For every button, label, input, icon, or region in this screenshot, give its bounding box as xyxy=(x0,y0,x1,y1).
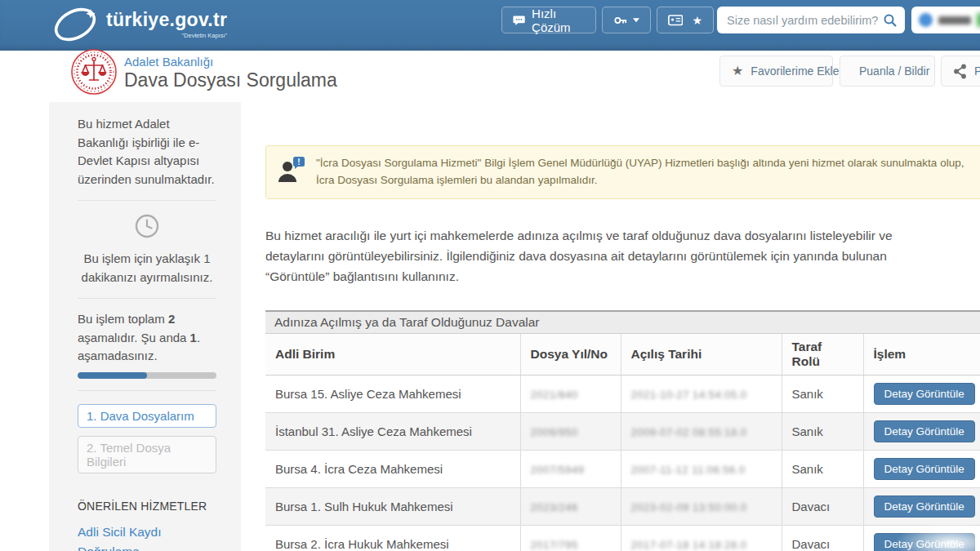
court-name: İstanbul 31. Asliye Ceza Mahkemesi xyxy=(265,413,520,451)
table-header-row: Adli Birim Dosya Yıl/No Açılış Tarihi Ta… xyxy=(265,334,980,375)
search-icon[interactable] xyxy=(883,13,898,28)
user-session-box[interactable] xyxy=(911,7,980,33)
user-name-masked xyxy=(938,16,971,24)
step-1-my-case-files[interactable]: 1. Dava Dosyalarım xyxy=(78,404,216,428)
table-row: Bursa 2. İcra Hukuk Mahkemesi 2017/795 2… xyxy=(265,526,980,551)
open-date-masked: 2007-11-12 11:06:56.0 xyxy=(631,464,746,476)
id-card-favorites-button[interactable]: ★ xyxy=(657,7,714,33)
search-input[interactable] xyxy=(727,14,883,27)
table-row: İstanbul 31. Asliye Ceza Mahkemesi 2009/… xyxy=(265,413,980,451)
edevlet-logo[interactable]: türkiye.gov.tr "Devletin Kapısı" xyxy=(52,4,227,45)
open-date-masked: 2021-10-27 14:54:05.0 xyxy=(631,389,747,401)
person-announcement-icon: ! xyxy=(277,155,306,184)
star-icon: ★ xyxy=(732,64,743,78)
alert-text: "İcra Dosyası Sorgulama Hizmeti" Bilgi İ… xyxy=(316,155,980,189)
share-icon xyxy=(953,64,967,79)
user-badge-masked xyxy=(977,13,980,27)
court-name: Bursa 4. İcra Ceza Mahkemesi xyxy=(265,451,520,488)
edevlet-swoosh-icon xyxy=(52,4,101,45)
court-name: Bursa 2. İcra Hukuk Mahkemesi xyxy=(265,526,520,551)
key-icon xyxy=(613,13,627,28)
case-files-table: Adınıza Açılmış ya da Taraf Olduğunuz Da… xyxy=(265,310,980,551)
divider xyxy=(78,298,216,299)
view-detail-button[interactable]: Detay Görüntüle xyxy=(874,420,975,442)
column-header-role: Taraf Rolü xyxy=(782,334,863,375)
column-header-file-no: Dosya Yıl/No xyxy=(520,334,621,375)
court-name: Bursa 1. Sulh Hukuk Mahkemesi xyxy=(265,488,520,526)
share-button[interactable]: Pa xyxy=(941,56,980,87)
file-no-masked: 2007/5949 xyxy=(531,464,585,476)
service-description: Bu hizmet aracılığı ile yurt içi mahkeme… xyxy=(265,225,947,287)
quick-solution-button[interactable]: Hızlı Çözüm xyxy=(501,7,596,33)
column-header-open-date: Açılış Tarihi xyxy=(621,334,782,375)
column-header-action: İşlem xyxy=(863,334,980,375)
ministry-link[interactable]: Adalet Bakanlığı xyxy=(124,55,213,69)
table-row: Bursa 1. Sulh Hukuk Mahkemesi 2023/246 2… xyxy=(265,488,980,526)
party-role: Davacı xyxy=(782,526,863,551)
quick-solution-label: Hızlı Çözüm xyxy=(532,7,585,34)
clock-icon xyxy=(135,214,159,238)
table-row: Bursa 15. Asliye Ceza Mahkemesi 2021/840… xyxy=(265,375,980,413)
court-name: Bursa 15. Asliye Ceza Mahkemesi xyxy=(265,375,520,413)
sidebar: Bu hizmet Adalet Bakanlığı işbirliği ile… xyxy=(49,102,241,551)
suggested-service-link[interactable]: Adli Sicil Kaydı Doğrulama xyxy=(78,522,216,551)
open-date-masked: 2009-07-02 08:55:18.0 xyxy=(631,426,747,438)
add-to-favorites-label: Favorilerime Ekle xyxy=(751,64,839,78)
suggested-services-heading: ÖNERİLEN HİZMETLER xyxy=(78,500,216,513)
step-2-basic-file-info: 2. Temel Dosya Bilgileri xyxy=(78,436,216,473)
party-role: Sanık xyxy=(782,451,863,488)
open-date-masked: 2017-07-18 14:18:28.0 xyxy=(631,539,747,551)
page-title: Dava Dosyası Sorgulama xyxy=(124,69,337,91)
party-role: Sanık xyxy=(782,375,863,413)
service-provider-note: Bu hizmet Adalet Bakanlığı işbirliği ile… xyxy=(78,115,216,189)
help-search xyxy=(717,7,905,33)
share-label: Pa xyxy=(974,64,980,78)
file-no-masked: 2023/246 xyxy=(531,501,578,513)
page-header: Adalet Bakanlığı Dava Dosyası Sorgulama … xyxy=(0,51,980,102)
view-detail-button[interactable]: Detay Görüntüle xyxy=(874,458,975,480)
party-role: Davacı xyxy=(782,488,863,526)
divider xyxy=(78,390,216,391)
user-avatar-masked xyxy=(919,13,933,27)
ministry-of-justice-logo xyxy=(71,49,117,95)
login-key-button[interactable] xyxy=(602,7,651,33)
star-icon: ★ xyxy=(692,15,702,26)
view-detail-button[interactable]: Detay Görüntüle xyxy=(874,495,975,518)
progress-bar xyxy=(78,372,216,379)
rate-report-button[interactable]: Puanla / Bildir xyxy=(840,56,935,87)
id-card-icon xyxy=(668,13,683,27)
add-to-favorites-button[interactable]: ★ Favorilerime Ekle xyxy=(719,56,833,87)
brand-name: türkiye.gov.tr xyxy=(106,11,227,29)
table-row: Bursa 4. İcra Ceza Mahkemesi 2007/5949 2… xyxy=(265,451,980,488)
caret-down-icon xyxy=(633,18,639,23)
file-no-masked: 2021/840 xyxy=(531,389,578,401)
chat-icon xyxy=(513,14,525,27)
duration-note: Bu işlem için yaklaşık 1 dakikanızı ayır… xyxy=(78,250,216,287)
party-role: Sanık xyxy=(782,413,863,451)
info-alert: ! "İcra Dosyası Sorgulama Hizmeti" Bilgi… xyxy=(265,145,980,199)
open-date-masked: 2023-02-09 13:50:00.0 xyxy=(631,501,747,513)
steps-note: Bu işlem toplam 2 aşamalıdır. Şu anda 1.… xyxy=(78,310,216,366)
divider xyxy=(78,200,216,201)
brand-tagline: "Devletin Kapısı" xyxy=(106,32,227,39)
column-header-court: Adli Birim xyxy=(265,334,520,375)
top-bar: türkiye.gov.tr "Devletin Kapısı" Hızlı Ç… xyxy=(0,0,980,51)
file-no-masked: 2009/950 xyxy=(531,426,578,438)
main-content: ! "İcra Dosyası Sorgulama Hizmeti" Bilgi… xyxy=(265,102,980,551)
progress-bar-fill xyxy=(78,372,147,379)
table-caption: Adınıza Açılmış ya da Taraf Olduğunuz Da… xyxy=(265,310,980,334)
view-detail-button[interactable]: Detay Görüntüle xyxy=(874,383,975,405)
svg-text:!: ! xyxy=(297,158,300,167)
file-no-masked: 2017/795 xyxy=(531,539,578,551)
view-detail-button[interactable]: Detay Görüntüle xyxy=(874,533,975,551)
rate-report-label: Puanla / Bildir xyxy=(859,64,929,78)
